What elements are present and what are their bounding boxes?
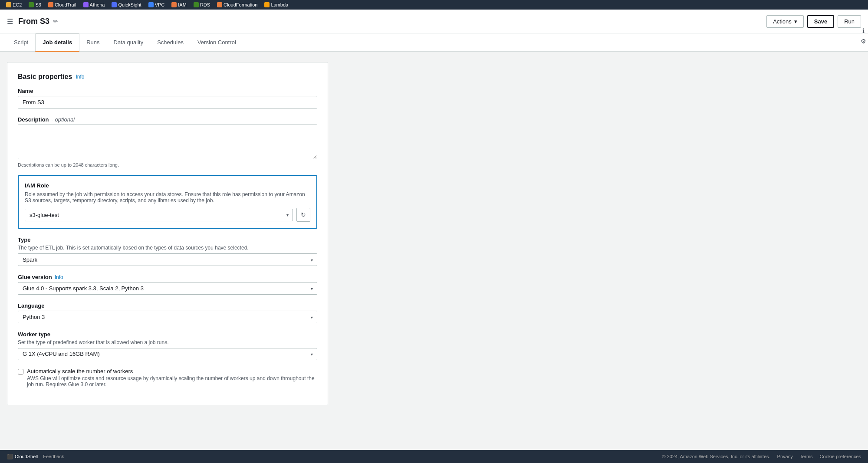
actions-button[interactable]: Actions ▾ [766, 15, 804, 28]
main-content: Basic properties Info Name Description -… [0, 52, 868, 463]
type-description: The type of ETL job. This is set automat… [18, 245, 317, 251]
iam-role-select[interactable]: s3-glue-test AWSGlueServiceRole GlueS3Ro… [25, 209, 293, 221]
nav-item-iam[interactable]: IAM [169, 0, 189, 10]
page-title-area: From S3 ✏ [18, 17, 766, 26]
tab-job-details[interactable]: Job details [35, 33, 79, 52]
iam-role-description: Role assumed by the job with permission … [25, 191, 310, 204]
header-bar: ☰ From S3 ✏ Actions ▾ Save Run [0, 10, 868, 33]
cloudshell-button[interactable]: ⬛ CloudShell [7, 454, 38, 460]
athena-icon [83, 2, 89, 7]
auto-scale-checkbox[interactable] [18, 369, 23, 374]
header-actions: Actions ▾ Save Run [766, 15, 861, 28]
side-icons: ℹ ⚙ [858, 24, 868, 48]
glue-version-select-wrapper: Glue 4.0 - Supports spark 3.3, Scala 2, … [18, 282, 317, 295]
auto-scale-group: Automatically scale the number of worker… [18, 368, 317, 387]
footer: ⬛ CloudShell Feedback © 2024, Amazon Web… [0, 450, 868, 463]
footer-left: ⬛ CloudShell Feedback [7, 454, 64, 460]
name-field-group: Name [18, 88, 317, 108]
basic-properties-info-link[interactable]: Info [76, 74, 84, 80]
nav-item-ec2[interactable]: EC2 [3, 0, 24, 10]
nav-item-vpc[interactable]: VPC [146, 0, 168, 10]
rds-icon [194, 2, 199, 7]
description-hint: Descriptions can be up to 2048 character… [18, 162, 317, 167]
refresh-icon: ↻ [301, 211, 306, 218]
glue-version-field-group: Glue version Info Glue 4.0 - Supports sp… [18, 274, 317, 295]
privacy-link[interactable]: Privacy [777, 454, 793, 459]
auto-scale-description: AWS Glue will optimize costs and resourc… [27, 375, 317, 387]
info-side-icon[interactable]: ℹ [860, 27, 867, 34]
auto-scale-label[interactable]: Automatically scale the number of worker… [27, 368, 133, 374]
description-textarea[interactable] [18, 125, 317, 159]
edit-title-icon[interactable]: ✏ [53, 18, 58, 25]
iam-role-row: s3-glue-test AWSGlueServiceRole GlueS3Ro… [25, 208, 310, 222]
iam-icon [171, 2, 177, 7]
auto-scale-label-area: Automatically scale the number of worker… [27, 368, 317, 387]
iam-role-title: IAM Role [25, 182, 310, 189]
worker-type-select[interactable]: G 1X (4vCPU and 16GB RAM) G 2X G 4X G 8X… [18, 348, 317, 360]
vpc-icon [148, 2, 154, 7]
tab-runs[interactable]: Runs [79, 34, 106, 52]
cookie-preferences-link[interactable]: Cookie preferences [820, 454, 861, 459]
terminal-icon: ⬛ [7, 454, 13, 460]
language-label: Language [18, 302, 317, 309]
hamburger-menu[interactable]: ☰ [7, 17, 13, 26]
tab-version-control[interactable]: Version Control [191, 34, 243, 52]
feedback-link[interactable]: Feedback [43, 454, 64, 459]
description-field-group: Description - optional Descriptions can … [18, 116, 317, 167]
copyright-text: © 2024, Amazon Web Services, Inc. or its… [662, 454, 770, 459]
worker-type-select-wrapper: G 1X (4vCPU and 16GB RAM) G 2X G 4X G 8X… [18, 348, 317, 360]
glue-version-select[interactable]: Glue 4.0 - Supports spark 3.3, Scala 2, … [18, 282, 317, 295]
run-button[interactable]: Run [838, 15, 861, 28]
tab-data-quality[interactable]: Data quality [107, 34, 151, 52]
ec2-icon [6, 2, 11, 7]
tab-schedules[interactable]: Schedules [150, 34, 191, 52]
worker-type-label: Worker type [18, 331, 317, 338]
type-label: Type [18, 236, 317, 243]
worker-type-description: Set the type of predefined worker that i… [18, 339, 317, 345]
chevron-down-icon: ▾ [794, 18, 797, 25]
type-select-wrapper: Spark Python Shell Ray Streaming ETL ▾ [18, 253, 317, 266]
glue-version-info-link[interactable]: Info [55, 274, 63, 280]
glue-version-label: Glue version Info [18, 274, 317, 280]
cloudformation-icon [217, 2, 222, 7]
nav-item-cloudtrail[interactable]: CloudTrail [46, 0, 79, 10]
save-button[interactable]: Save [807, 15, 834, 28]
cloudtrail-icon [48, 2, 53, 7]
language-field-group: Language Python 3 Scala 2 ▾ [18, 302, 317, 323]
language-select[interactable]: Python 3 Scala 2 [18, 311, 317, 323]
nav-item-quicksight[interactable]: QuickSight [109, 0, 144, 10]
section-title: Basic properties Info [18, 73, 317, 81]
s3-icon [29, 2, 34, 7]
nav-item-athena[interactable]: Athena [81, 0, 108, 10]
terms-link[interactable]: Terms [800, 454, 813, 459]
tabs-bar: Script Job details Runs Data quality Sch… [0, 33, 868, 52]
nav-item-lambda[interactable]: Lambda [262, 0, 291, 10]
iam-role-refresh-button[interactable]: ↻ [296, 208, 310, 222]
nav-item-rds[interactable]: RDS [191, 0, 213, 10]
form-panel: Basic properties Info Name Description -… [7, 62, 328, 405]
footer-right: © 2024, Amazon Web Services, Inc. or its… [662, 454, 861, 459]
top-nav: EC2 S3 CloudTrail Athena QuickSight VPC … [0, 0, 868, 10]
iam-role-box: IAM Role Role assumed by the job with pe… [18, 175, 317, 229]
description-label: Description - optional [18, 116, 317, 123]
lambda-icon [264, 2, 270, 7]
iam-role-select-wrapper: s3-glue-test AWSGlueServiceRole GlueS3Ro… [25, 209, 293, 221]
name-input[interactable] [18, 96, 317, 108]
nav-item-s3[interactable]: S3 [26, 0, 43, 10]
nav-item-cloudformation[interactable]: CloudFormation [214, 0, 260, 10]
worker-type-field-group: Worker type Set the type of predefined w… [18, 331, 317, 360]
quicksight-icon [112, 2, 117, 7]
page-title: From S3 [18, 17, 49, 26]
language-select-wrapper: Python 3 Scala 2 ▾ [18, 311, 317, 323]
name-label: Name [18, 88, 317, 94]
tab-script[interactable]: Script [7, 34, 35, 52]
type-select[interactable]: Spark Python Shell Ray Streaming ETL [18, 253, 317, 266]
settings-side-icon[interactable]: ⚙ [860, 38, 867, 45]
type-field-group: Type The type of ETL job. This is set au… [18, 236, 317, 266]
